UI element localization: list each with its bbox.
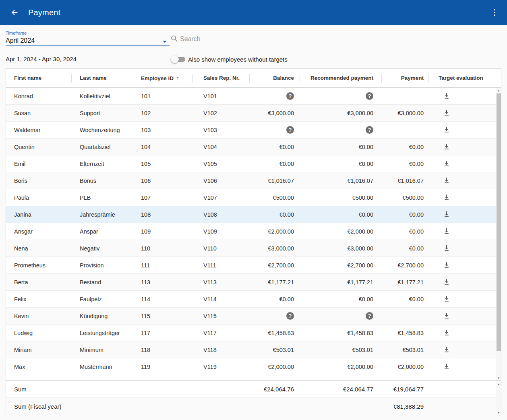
sum-section: Sum €24,064.76 €24,064.77 €19,064.77 Sum… xyxy=(6,381,501,415)
table-scrollbar[interactable]: ▲ ▼ xyxy=(496,88,501,381)
cell-payment: €1,458.83 xyxy=(382,330,429,336)
cell-sales-rep-nr: V109 xyxy=(192,228,250,235)
no-target-question-icon[interactable]: ? xyxy=(286,126,294,134)
kebab-vertical-icon xyxy=(494,9,495,10)
search-underline xyxy=(170,46,501,46)
table-row[interactable]: Felix Faulpelz 114 V114 €0.00 €0.00 €0.0… xyxy=(6,291,496,308)
sum-row: Sum €24,064.76 €24,064.77 €19,064.77 xyxy=(6,381,501,398)
no-target-question-icon[interactable]: ? xyxy=(366,126,373,134)
sum-scroll-up-button[interactable]: ▲ xyxy=(496,381,501,387)
cell-target-evaluation xyxy=(429,261,496,269)
timeframe-underline xyxy=(6,46,170,46)
show-without-targets-toggle[interactable] xyxy=(172,57,185,62)
no-target-question-icon[interactable]: ? xyxy=(286,92,294,100)
table-row[interactable]: Boris Bonus 106 V106 €1,016.07 €1,016.07… xyxy=(6,172,496,189)
download-target-evaluation-button[interactable] xyxy=(443,346,450,353)
cell-last-name: Kollektivziel xyxy=(72,93,134,99)
download-target-evaluation-button[interactable] xyxy=(443,312,450,319)
sum-scroll-down-button[interactable]: ▼ xyxy=(496,410,501,415)
sum-payment: €19,064.77 xyxy=(382,386,429,393)
cell-first-name: Quentin xyxy=(6,144,72,150)
cell-first-name: Felix xyxy=(6,296,72,302)
cell-payment: €0.00 xyxy=(382,296,429,302)
column-header-last-name[interactable]: Last name xyxy=(72,69,134,88)
download-target-evaluation-button[interactable] xyxy=(443,211,450,218)
table-row[interactable]: Konrad Kollektivziel 101 V101 ? ? xyxy=(6,88,496,105)
download-target-evaluation-button[interactable] xyxy=(443,228,450,235)
download-target-evaluation-button[interactable] xyxy=(443,329,450,336)
table-row[interactable]: Waldemar Wochenzeitung 103 V103 ? ? xyxy=(6,122,496,139)
download-target-evaluation-button[interactable] xyxy=(443,244,450,252)
download-target-evaluation-button[interactable] xyxy=(443,109,450,116)
table-row[interactable]: Max Mustermann 119 V119 €2,000.00 €2,000… xyxy=(6,358,496,375)
cell-sales-rep-nr: V101 xyxy=(192,93,250,99)
table-body: Konrad Kollektivziel 101 V101 ? ? Susan … xyxy=(6,88,501,381)
column-header-recommended-payment[interactable]: Recommended payment xyxy=(300,69,382,88)
scrollbar-thumb[interactable] xyxy=(497,93,501,351)
table-row[interactable]: Berta Bestand 113 V113 €1,177.21 €1,177.… xyxy=(6,274,496,291)
column-header-target-evaluation[interactable]: Target evaluation xyxy=(429,69,501,88)
download-icon xyxy=(443,177,450,184)
table-row[interactable]: Paula PLB 107 V107 €500.00 €500.00 €500.… xyxy=(6,189,496,206)
cell-target-evaluation xyxy=(429,160,496,168)
column-header-balance[interactable]: Balance xyxy=(250,69,300,88)
table-row[interactable]: Prometheus Provision 111 V111 €2,700.00 … xyxy=(6,257,496,274)
table-row-partially-visible[interactable] xyxy=(6,375,496,381)
back-button[interactable] xyxy=(9,7,20,18)
cell-last-name: Elternzeit xyxy=(72,161,134,167)
cell-recommended-payment: €2,000.00 xyxy=(300,228,382,235)
table-row[interactable]: Quentin Quartalsziel 104 V104 €0.00 €0.0… xyxy=(6,139,496,155)
cell-employee-id: 111 xyxy=(134,262,192,269)
download-target-evaluation-button[interactable] xyxy=(443,261,450,269)
column-header-employee-id[interactable]: Employee ID↑ xyxy=(134,69,192,88)
table-row[interactable]: Emil Elternzeit 105 V105 €0.00 €0.00 €0.… xyxy=(6,155,496,172)
table-rows: Konrad Kollektivziel 101 V101 ? ? Susan … xyxy=(6,88,496,381)
table-row[interactable]: Janina Jahresprämie 108 V108 €0.00 €0.00… xyxy=(6,206,496,223)
search-input[interactable] xyxy=(180,35,490,43)
no-target-question-icon[interactable]: ? xyxy=(286,312,294,320)
cell-recommended-payment: €503.01 xyxy=(300,347,382,353)
download-target-evaluation-button[interactable] xyxy=(443,295,450,302)
table-row[interactable]: Miriam Minimum 118 V118 €503.01 €503.01 … xyxy=(6,341,496,358)
table-row[interactable]: Nena Negativ 110 V110 €3,000.00 €3,000.0… xyxy=(6,240,496,257)
download-target-evaluation-button[interactable] xyxy=(443,194,450,201)
download-target-evaluation-button[interactable] xyxy=(443,363,450,370)
scroll-down-button[interactable]: ▼ xyxy=(496,375,501,381)
cell-first-name: Kevin xyxy=(6,313,72,319)
cell-balance: ? xyxy=(250,126,300,134)
sum-fiscal-year-row: Sum (Fiscal year) €81,388.29 xyxy=(6,398,501,415)
download-icon xyxy=(443,245,450,251)
cell-balance: €2,000.00 xyxy=(250,228,300,235)
table-row[interactable]: Susan Support 102 V102 €3,000.00 €3,000.… xyxy=(6,105,496,122)
no-target-question-icon[interactable]: ? xyxy=(366,92,373,100)
toggle-knob xyxy=(171,55,179,63)
scroll-up-button[interactable]: ▲ xyxy=(496,88,501,93)
column-header-payment[interactable]: Payment xyxy=(382,69,429,88)
cell-sales-rep-nr: V115 xyxy=(192,313,250,319)
cell-employee-id: 107 xyxy=(134,194,192,201)
download-target-evaluation-button[interactable] xyxy=(443,160,450,167)
download-target-evaluation-button[interactable] xyxy=(443,126,450,133)
table-row[interactable]: Kevin Kündigung 115 V115 ? ? xyxy=(6,308,496,325)
timeframe-select[interactable]: April 2024 xyxy=(6,37,170,44)
no-target-question-icon[interactable]: ? xyxy=(366,312,373,320)
download-icon xyxy=(443,143,450,150)
download-target-evaluation-button[interactable] xyxy=(443,92,450,99)
cell-target-evaluation xyxy=(429,244,496,252)
overflow-menu-button[interactable] xyxy=(492,6,497,19)
cell-target-evaluation xyxy=(429,312,496,320)
table-row[interactable]: Ludwig Leistungsträger 117 V117 €1,458.8… xyxy=(6,325,496,341)
cell-payment: €500.00 xyxy=(382,194,429,201)
download-target-evaluation-button[interactable] xyxy=(443,278,450,286)
cell-payment: €0.00 xyxy=(382,161,429,167)
cell-first-name: Susan xyxy=(6,110,72,116)
column-header-first-name[interactable]: First name xyxy=(6,69,72,88)
download-target-evaluation-button[interactable] xyxy=(443,177,450,184)
sum-recommended-payment: €24,064.77 xyxy=(300,386,382,393)
cell-last-name: Negativ xyxy=(72,245,134,252)
sum-scrollbar[interactable]: ▲ ▼ xyxy=(496,381,501,415)
table-row[interactable]: Ansgar Anspar 109 V109 €2,000.00 €2,000.… xyxy=(6,223,496,240)
column-header-sales-rep-nr[interactable]: Sales Rep. Nr. xyxy=(192,69,250,88)
cell-balance: €0.00 xyxy=(250,296,300,302)
download-target-evaluation-button[interactable] xyxy=(443,143,450,150)
